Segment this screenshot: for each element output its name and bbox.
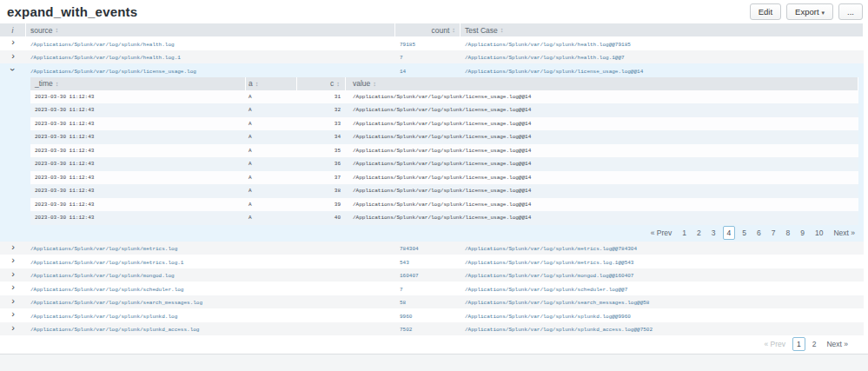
test-case-link[interactable]: /Applications/Splunk/var/log/splunk/splu…: [465, 314, 631, 320]
row-expander[interactable]: ›: [0, 38, 26, 48]
event-c-cell: 34: [297, 134, 346, 140]
test-case-link[interactable]: /Applications/Splunk/var/log/splunk/heal…: [465, 55, 625, 61]
source-link[interactable]: /Applications/Splunk/var/log/splunk/lice…: [30, 69, 196, 75]
event-a-cell: A: [246, 107, 297, 113]
source-link[interactable]: /Applications/Splunk/var/log/splunk/sche…: [30, 287, 183, 293]
column-header-value[interactable]: value↕: [346, 77, 858, 90]
chevron-right-icon: ›: [11, 242, 15, 251]
column-header-count[interactable]: count↕: [395, 23, 461, 36]
count-cell: 79185: [395, 39, 461, 48]
count-cell: 7502: [395, 324, 461, 333]
test-case-link[interactable]: /Applications/Splunk/var/log/splunk/splu…: [465, 327, 653, 333]
sort-icon: ↕: [336, 80, 340, 88]
source-link[interactable]: /Applications/Splunk/var/log/splunk/splu…: [30, 314, 177, 320]
event-time-cell: 2023-03-30 11:12:43: [30, 202, 246, 208]
results-table: i source↕ count↕ Test Case↕ ›/Applicatio…: [0, 23, 864, 335]
pagination-page[interactable]: 2: [693, 227, 705, 239]
source-link[interactable]: /Applications/Splunk/var/log/splunk/metr…: [30, 260, 183, 266]
row-expander[interactable]: ›: [0, 65, 26, 75]
count-link[interactable]: 7502: [400, 327, 412, 333]
test-case-cell: /Applications/Splunk/var/log/splunk/sche…: [461, 284, 864, 293]
pagination-page[interactable]: 6: [753, 227, 765, 239]
count-link[interactable]: 7: [400, 287, 403, 293]
test-case-link[interactable]: /Applications/Splunk/var/log/splunk/mong…: [465, 273, 633, 279]
source-cell: /Applications/Splunk/var/log/splunk/splu…: [26, 311, 395, 320]
column-header-c[interactable]: c↕: [297, 77, 346, 90]
nested-event-row: 2023-03-30 11:12:43A40/Applications/Splu…: [30, 211, 858, 225]
export-button[interactable]: Export▾: [786, 3, 833, 20]
expanded-events-area: _time↕a↕c↕value↕2023-03-30 11:12:43A31/A…: [0, 77, 864, 242]
column-header-source[interactable]: source↕: [26, 23, 395, 36]
row-expander[interactable]: ›: [0, 270, 26, 280]
test-case-link[interactable]: /Applications/Splunk/var/log/splunk/metr…: [465, 260, 633, 266]
pagination-next[interactable]: Next »: [830, 227, 858, 239]
test-case-link[interactable]: /Applications/Splunk/var/log/splunk/sche…: [465, 287, 627, 293]
table-row: ›/Applications/Splunk/var/log/splunk/spl…: [0, 308, 864, 322]
table-row: ›/Applications/Splunk/var/log/splunk/hea…: [0, 50, 864, 64]
nested-event-row: 2023-03-30 11:12:43A37/Applications/Splu…: [30, 171, 858, 185]
source-link[interactable]: /Applications/Splunk/var/log/splunk/metr…: [30, 246, 177, 252]
count-link[interactable]: 9960: [400, 314, 412, 320]
event-a-cell: A: [246, 215, 297, 221]
pagination-page[interactable]: 5: [739, 227, 750, 239]
row-expander[interactable]: ›: [0, 52, 26, 62]
source-link[interactable]: /Applications/Splunk/var/log/splunk/mong…: [30, 273, 175, 279]
test-case-link[interactable]: /Applications/Splunk/var/log/splunk/lice…: [465, 69, 643, 75]
source-link[interactable]: /Applications/Splunk/var/log/splunk/sear…: [30, 300, 202, 306]
pagination-page[interactable]: 10: [812, 227, 826, 239]
chevron-right-icon: ›: [11, 309, 15, 318]
row-expander[interactable]: ›: [0, 324, 26, 334]
chevron-right-icon: ›: [11, 51, 15, 60]
pagination-page[interactable]: 9: [797, 227, 808, 239]
pagination-page[interactable]: 7: [768, 227, 779, 239]
column-header-a[interactable]: a↕: [246, 77, 297, 90]
row-expander[interactable]: ›: [0, 310, 26, 320]
pagination-page[interactable]: 3: [708, 227, 719, 239]
count-cell: 9960: [395, 311, 461, 320]
pagination-prev[interactable]: « Prev: [647, 227, 676, 239]
nested-event-row: 2023-03-30 11:12:43A32/Applications/Splu…: [30, 103, 858, 117]
row-expander[interactable]: ›: [0, 297, 26, 307]
event-time-cell: 2023-03-30 11:12:43: [30, 215, 246, 221]
row-expander[interactable]: ›: [0, 243, 26, 253]
count-link[interactable]: 160407: [400, 273, 419, 279]
pagination-page-current: 1: [792, 337, 805, 351]
column-header-test-case[interactable]: Test Case↕: [461, 23, 864, 36]
edit-button[interactable]: Edit: [750, 3, 781, 20]
pagination-page[interactable]: 2: [809, 338, 820, 350]
table-pagination-bar: « Prev12Next »: [0, 335, 868, 354]
count-link[interactable]: 7: [400, 55, 403, 61]
row-expander[interactable]: ›: [0, 256, 26, 266]
source-link[interactable]: /Applications/Splunk/var/log/splunk/heal…: [30, 55, 181, 61]
event-time-cell: 2023-03-30 11:12:43: [30, 175, 246, 181]
source-link[interactable]: /Applications/Splunk/var/log/splunk/splu…: [30, 327, 199, 333]
test-case-link[interactable]: /Applications/Splunk/var/log/splunk/heal…: [465, 42, 631, 48]
count-link[interactable]: 543: [400, 260, 409, 266]
nested-event-row: 2023-03-30 11:12:43A36/Applications/Splu…: [30, 157, 858, 171]
pagination-page[interactable]: 8: [782, 227, 793, 239]
count-link[interactable]: 79185: [400, 42, 415, 48]
source-cell: /Applications/Splunk/var/log/splunk/mong…: [26, 270, 395, 279]
row-expander[interactable]: ›: [0, 283, 26, 293]
chevron-right-icon: ›: [11, 282, 15, 291]
dashboard-panel: expand_with_events Edit Export▾ ... i so…: [0, 0, 868, 371]
panel-toolbar: Edit Export▾ ...: [750, 3, 863, 20]
count-link[interactable]: 58: [400, 300, 406, 306]
test-case-link[interactable]: /Applications/Splunk/var/log/splunk/sear…: [465, 300, 649, 306]
event-a-cell: A: [246, 161, 297, 167]
count-link[interactable]: 14: [400, 69, 406, 75]
test-case-link[interactable]: /Applications/Splunk/var/log/splunk/metr…: [465, 246, 637, 252]
count-cell: 58: [395, 297, 461, 306]
pagination-next[interactable]: Next »: [823, 338, 851, 350]
pagination-page[interactable]: 1: [679, 227, 690, 239]
count-link[interactable]: 784304: [400, 246, 419, 252]
event-value-cell: /Applications/Splunk/var/log/splunk/lice…: [346, 148, 858, 154]
test-case-cell: /Applications/Splunk/var/log/splunk/metr…: [461, 243, 864, 252]
table-row: ›/Applications/Splunk/var/log/splunk/met…: [0, 255, 864, 268]
test-case-cell: /Applications/Splunk/var/log/splunk/splu…: [461, 311, 864, 320]
source-link[interactable]: /Applications/Splunk/var/log/splunk/heal…: [30, 42, 175, 48]
chevron-right-icon: ›: [11, 255, 15, 264]
more-options-button[interactable]: ...: [838, 3, 863, 20]
event-value-cell: /Applications/Splunk/var/log/splunk/lice…: [346, 94, 858, 100]
column-header-time[interactable]: _time↕: [30, 77, 246, 90]
